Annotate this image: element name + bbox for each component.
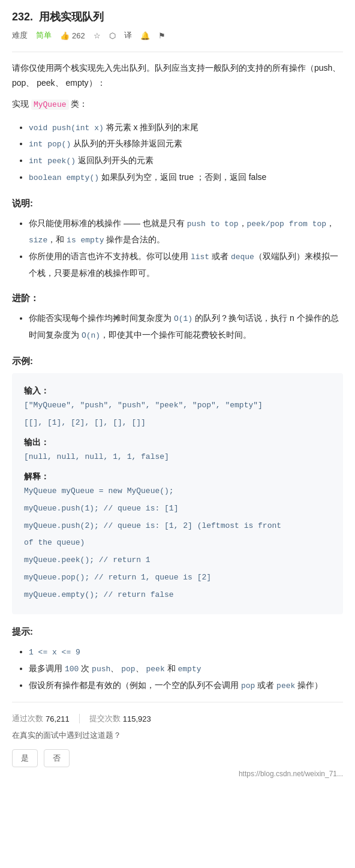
example-title: 示例:	[12, 356, 343, 367]
hints-section: 提示: 1 <= x <= 9 最多调用 100 次 push、 pop、 pe…	[12, 626, 343, 693]
list-item: 1 <= x <= 9	[29, 644, 343, 660]
output-label: 输出：	[24, 434, 331, 450]
like-group[interactable]: 👍 262	[60, 31, 85, 40]
share-icon-btn[interactable]: ⬡	[109, 31, 116, 40]
myqueue-code: MyQueue	[31, 100, 69, 110]
hint-code-peek: peek	[146, 665, 164, 674]
method-code-pop: int pop()	[29, 140, 71, 149]
action-buttons: 是 否	[12, 749, 343, 767]
methods-list: void push(int x) 将元素 x 推到队列的末尾 int pop()…	[12, 119, 343, 186]
bottom-divider	[12, 702, 343, 702]
output-value: [null, null, null, 1, 1, false]	[24, 450, 331, 465]
note-code-peek: peek/pop from top	[247, 220, 327, 229]
list-item: 你所使用的语言也许不支持栈。你可以使用 list 或者 deque（双端队列）来…	[29, 248, 343, 281]
blog-link[interactable]: https://blog.csdn.net/weixin_71...	[12, 770, 343, 778]
hint-code-100: 100	[65, 665, 79, 674]
adv-code-on: O(n)	[82, 331, 100, 340]
hints-list: 1 <= x <= 9 最多调用 100 次 push、 pop、 peek 和…	[12, 644, 343, 693]
star-icon: ☆	[94, 31, 101, 40]
note-section: 说明: 你只能使用标准的栈操作 —— 也就是只有 push to top，pee…	[12, 198, 343, 281]
star-icon-btn[interactable]: ☆	[94, 31, 101, 40]
explain-line-5: myQueue.peek(); // return 1	[24, 553, 331, 568]
pass-label: 通过次数	[12, 713, 43, 724]
like-icon: 👍	[60, 31, 70, 40]
method-desc-empty: 如果队列为空，返回 true ；否则，返回 false	[101, 172, 266, 182]
advanced-title: 进阶：	[12, 293, 343, 304]
list-item: void push(int x) 将元素 x 推到队列的末尾	[29, 119, 343, 136]
note-code-deque: deque	[231, 253, 254, 262]
submit-label: 提交次数	[89, 713, 121, 724]
example-box: 输入： ["MyQueue", "push", "push", "peek", …	[12, 373, 343, 615]
hint-code-empty: empty	[178, 665, 201, 674]
hint-code-1: 1 <= x <= 9	[29, 648, 80, 657]
problem-description: 请你仅使用两个栈实现先入先出队列。队列应当支持一般队列的支持的所有操作（push…	[12, 61, 343, 112]
input-ops: ["MyQueue", "push", "push", "peek", "pop…	[24, 398, 331, 413]
explain-line-6: myQueue.pop(); // return 1, queue is [2]	[24, 570, 331, 585]
problem-number: 232.	[12, 11, 33, 23]
method-code-push: void push(int x)	[29, 124, 104, 133]
list-item: 假设所有操作都是有效的（例如，一个空的队列不会调用 pop 或者 peek 操作…	[29, 677, 343, 694]
explain-line-1: MyQueue myQueue = new MyQueue();	[24, 484, 331, 499]
difficulty-value: 简单	[36, 30, 52, 41]
method-code-peek: int peek()	[29, 157, 76, 166]
intro-text: 请你仅使用两个栈实现先入先出队列。队列应当支持一般队列的支持的所有操作（push…	[12, 61, 343, 91]
explain-line-3: myQueue.push(2); // queue is: [1, 2] (le…	[24, 519, 331, 534]
translate-icon: 译	[124, 30, 132, 41]
translate-icon-btn[interactable]: 译	[124, 30, 132, 41]
method-code-empty: boolean empty()	[29, 173, 99, 182]
interview-question: 在真实的面试中遇到过这道题？	[12, 730, 343, 741]
hints-title: 提示:	[12, 626, 343, 638]
hint-code-push: push	[92, 665, 110, 674]
adv-code-o1: O(1)	[174, 314, 192, 323]
hint-code-pop: pop	[121, 665, 135, 674]
note-list: 你只能使用标准的栈操作 —— 也就是只有 push to top，peek/po…	[12, 215, 343, 281]
note-code-push: push to top	[187, 220, 239, 229]
advanced-list: 你能否实现每个操作均摊时间复杂度为 O(1) 的队列？换句话说，执行 n 个操作…	[12, 310, 343, 343]
list-item: int peek() 返回队列开头的元素	[29, 152, 343, 169]
hint-code-peek2: peek	[276, 681, 295, 690]
input-args: [[], [1], [2], [], [], []]	[24, 416, 331, 431]
yes-button[interactable]: 是	[12, 749, 38, 767]
list-item: 你只能使用标准的栈操作 —— 也就是只有 push to top，peek/po…	[29, 215, 343, 248]
input-label: 输入：	[24, 383, 331, 399]
problem-title: 用栈实现队列	[39, 10, 104, 24]
list-item: 你能否实现每个操作均摊时间复杂度为 O(1) 的队列？换句话说，执行 n 个操作…	[29, 310, 343, 343]
bell-icon: 🔔	[140, 31, 150, 40]
note-code-list: list	[191, 253, 209, 262]
method-desc-push: 将元素 x 推到队列的末尾	[106, 122, 199, 132]
explain-line-2: myQueue.push(1); // queue is: [1]	[24, 501, 331, 516]
explain-line-7: myQueue.empty(); // return false	[24, 588, 331, 603]
report-icon-btn[interactable]: ⚑	[158, 31, 166, 40]
submit-value: 115,923	[123, 714, 151, 723]
advanced-section: 进阶： 你能否实现每个操作均摊时间复杂度为 O(1) 的队列？换句话说，执行 n…	[12, 293, 343, 343]
list-item: boolean empty() 如果队列为空，返回 true ；否则，返回 fa…	[29, 169, 343, 186]
divider	[12, 52, 343, 52]
footer-stats: 通过次数 76,211 提交次数 115,923	[12, 713, 343, 724]
explain-line-4: of the queue)	[24, 536, 331, 551]
method-desc-pop: 从队列的开头移除并返回元素	[73, 139, 182, 148]
pass-value: 76,211	[46, 714, 70, 723]
example-section: 示例: 输入： ["MyQueue", "push", "push", "pee…	[12, 356, 343, 615]
implement-text: 实现 MyQueue 类：	[12, 97, 343, 112]
note-code-size: size	[29, 236, 47, 245]
note-title: 说明:	[12, 198, 343, 209]
note-code-empty: is empty	[67, 236, 104, 245]
difficulty-label: 难度	[12, 30, 28, 41]
like-count: 262	[72, 31, 85, 40]
meta-row: 难度 简单 👍 262 ☆ ⬡ 译 🔔 ⚑	[12, 30, 343, 41]
bell-icon-btn[interactable]: 🔔	[140, 31, 150, 40]
method-desc-peek: 返回队列开头的元素	[78, 155, 154, 165]
explain-label: 解释：	[24, 468, 331, 485]
list-item: 最多调用 100 次 push、 pop、 peek 和 empty	[29, 660, 343, 677]
share-icon: ⬡	[109, 31, 116, 40]
stats-divider	[79, 714, 80, 723]
no-button[interactable]: 否	[44, 749, 70, 767]
hint-code-pop2: pop	[241, 681, 255, 690]
report-icon: ⚑	[158, 31, 166, 40]
list-item: int pop() 从队列的开头移除并返回元素	[29, 136, 343, 152]
